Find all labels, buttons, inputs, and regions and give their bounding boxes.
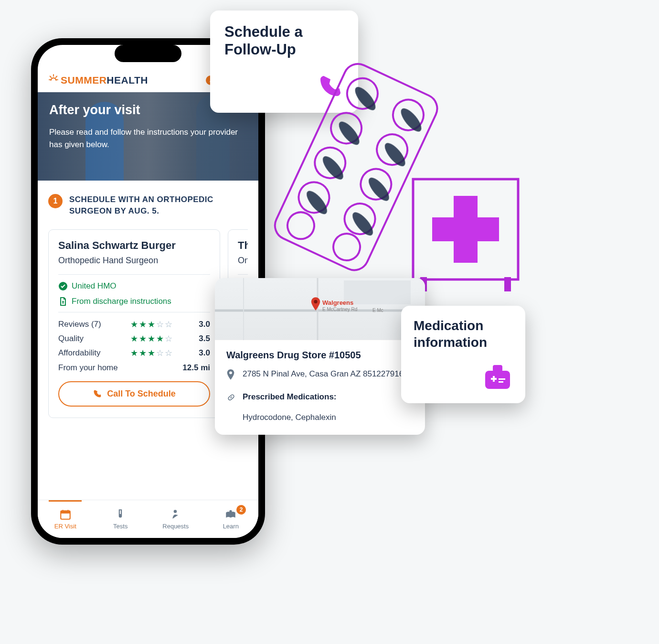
pharmacy-address-row: 2785 N Pinal Ave, Casa Gran AZ 851227916 <box>226 368 414 384</box>
nav-learn[interactable]: Learn 2 <box>203 500 259 538</box>
phone-icon <box>93 389 102 398</box>
svg-point-36 <box>173 510 177 513</box>
medication-info-card[interactable]: Medication information <box>401 306 525 403</box>
svg-point-42 <box>314 300 317 303</box>
medical-bag-icon <box>482 363 513 391</box>
svg-rect-41 <box>344 280 411 304</box>
map-pin-icon <box>310 297 321 313</box>
book-icon <box>224 508 237 521</box>
map-street-label: E Mc <box>372 308 383 313</box>
document-icon <box>58 297 68 306</box>
followup-title: Schedule a Follow-Up <box>224 23 344 58</box>
svg-rect-35 <box>119 514 121 517</box>
hand-raised-icon <box>170 508 182 521</box>
pharmacy-map[interactable]: Walgreens E McCartney Rd E Mc <box>215 278 425 340</box>
distance-row: From your home 12.5 mi <box>58 363 210 373</box>
stars-reviews: ★★★☆☆ <box>130 319 172 330</box>
app-logo: SUMMERHEALTH <box>48 74 148 86</box>
svg-point-37 <box>230 510 232 513</box>
hero-body: Please read and follow the instructions … <box>49 126 247 150</box>
provider-card[interactable]: Salina Schwartz Burger Orthopedic Hand S… <box>48 229 220 418</box>
source-tag: From discharge instructions <box>58 297 210 306</box>
sun-icon <box>48 74 59 86</box>
calendar-icon <box>59 508 72 521</box>
nav-tests[interactable]: Tests <box>93 500 149 538</box>
location-pin-icon <box>226 369 236 384</box>
svg-rect-46 <box>485 371 510 389</box>
metric-quality: Quality ★★★★☆ 3.5 <box>58 333 210 344</box>
svg-rect-49 <box>499 381 503 383</box>
hero-banner: After your visit Please read and follow … <box>38 92 258 181</box>
hero-title: After your visit <box>49 103 247 118</box>
insurance-tag: United HMO <box>58 281 210 291</box>
pill-pack-illustration <box>270 60 451 289</box>
check-circle-icon <box>58 281 68 291</box>
provider-specialty: Orthopedic Hand Surgeon <box>58 256 210 266</box>
svg-line-23 <box>50 76 52 78</box>
bottom-nav: ER Visit Tests Requests Learn 2 <box>38 500 258 538</box>
metric-reviews: Reviews (7) ★★★☆☆ 3.0 <box>58 319 210 330</box>
step-header: 1 SCHEDULE WITH AN ORTHOPEDIC SURGEON BY… <box>48 194 248 217</box>
pill-icon <box>226 392 236 406</box>
pharmacy-rx-row: Prescribed Medications: <box>226 391 414 406</box>
svg-rect-48 <box>499 378 505 380</box>
rx-label: Prescribed Medications: <box>243 391 337 406</box>
step-number-badge: 1 <box>48 194 63 208</box>
logo-text-summer: SUMMER <box>61 75 106 86</box>
test-tube-icon <box>114 508 127 521</box>
pharmacy-card[interactable]: Walgreens E McCartney Rd E Mc Walgreens … <box>215 278 425 435</box>
logo-text-health: HEALTH <box>106 75 148 86</box>
svg-line-24 <box>56 76 57 78</box>
learn-badge: 2 <box>236 505 246 515</box>
phone-notch <box>115 45 181 62</box>
call-to-schedule-button[interactable]: Call To Schedule <box>58 381 210 407</box>
nav-requests[interactable]: Requests <box>148 500 203 538</box>
svg-rect-32 <box>61 511 70 513</box>
nav-er-visit[interactable]: ER Visit <box>38 500 93 538</box>
provider-name: There <box>238 239 248 252</box>
medication-list: Hydrocodone, Cephalexin <box>243 413 414 422</box>
svg-rect-21 <box>504 277 511 291</box>
map-pin-label: Walgreens <box>322 299 353 306</box>
pharmacy-name: Walgreens Drug Store #10505 <box>226 350 414 361</box>
provider-specialty: Ortho <box>238 256 248 266</box>
svg-line-45 <box>230 397 232 398</box>
stars-quality: ★★★★☆ <box>130 333 172 344</box>
svg-rect-47 <box>493 365 502 372</box>
medinfo-title: Medication information <box>414 317 513 351</box>
step-instruction: SCHEDULE WITH AN ORTHOPEDIC SURGEON BY A… <box>69 194 248 217</box>
provider-name: Salina Schwartz Burger <box>58 239 210 252</box>
stars-affordability: ★★★☆☆ <box>130 348 172 358</box>
metric-affordability: Affordability ★★★☆☆ 3.0 <box>58 348 210 358</box>
pharmacy-address: 2785 N Pinal Ave, Casa Gran AZ 851227916 <box>243 368 404 384</box>
map-street-label: E McCartney Rd <box>322 307 357 312</box>
svg-point-43 <box>229 371 232 374</box>
